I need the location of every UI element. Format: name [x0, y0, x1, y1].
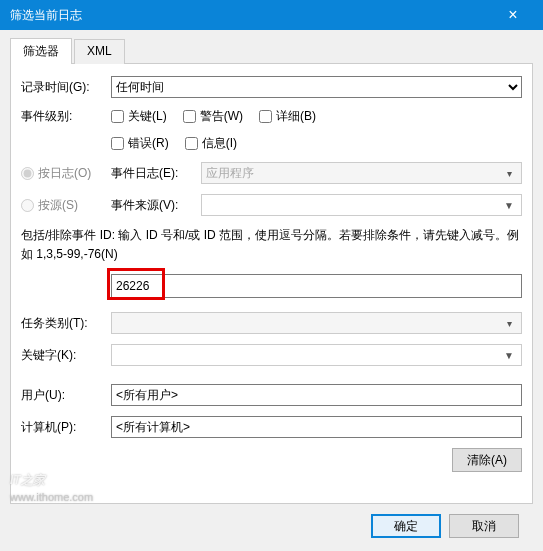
- chk-information[interactable]: 信息(I): [185, 135, 237, 152]
- dialog-body: 筛选器 XML 记录时间(G): 任何时间 事件级别: 关键(L) 警告(W) …: [0, 30, 543, 551]
- tab-content: 记录时间(G): 任何时间 事件级别: 关键(L) 警告(W) 详细(B) 错误…: [10, 64, 533, 504]
- chevron-down-icon: ▾: [501, 318, 517, 329]
- close-icon[interactable]: ×: [493, 6, 533, 24]
- chevron-down-icon: ▾: [501, 168, 517, 179]
- chk-critical[interactable]: 关键(L): [111, 108, 167, 125]
- cancel-button[interactable]: 取消: [449, 514, 519, 538]
- label-level: 事件级别:: [21, 108, 111, 125]
- user-input[interactable]: [111, 384, 522, 406]
- chevron-down-icon: ▼: [501, 350, 517, 361]
- chk-error[interactable]: 错误(R): [111, 135, 169, 152]
- label-logged: 记录时间(G):: [21, 79, 111, 96]
- ok-button[interactable]: 确定: [371, 514, 441, 538]
- titlebar: 筛选当前日志 ×: [0, 0, 543, 30]
- computer-input[interactable]: [111, 416, 522, 438]
- window-title: 筛选当前日志: [10, 7, 493, 24]
- tab-xml[interactable]: XML: [74, 39, 125, 65]
- label-event-log: 事件日志(E):: [111, 165, 201, 182]
- label-keywords: 关键字(K):: [21, 347, 111, 364]
- label-user: 用户(U):: [21, 387, 111, 404]
- label-event-source: 事件来源(V):: [111, 197, 201, 214]
- event-id-help: 包括/排除事件 ID: 输入 ID 号和/或 ID 范围，使用逗号分隔。若要排除…: [21, 226, 522, 264]
- keywords-combo[interactable]: ▼: [111, 344, 522, 366]
- label-computer: 计算机(P):: [21, 419, 111, 436]
- radio-by-source[interactable]: 按源(S): [21, 197, 111, 214]
- tab-strip: 筛选器 XML: [10, 38, 533, 64]
- chk-verbose[interactable]: 详细(B): [259, 108, 316, 125]
- logged-time-select[interactable]: 任何时间: [111, 76, 522, 98]
- chk-warning[interactable]: 警告(W): [183, 108, 243, 125]
- radio-by-log[interactable]: 按日志(O): [21, 165, 111, 182]
- label-task-category: 任务类别(T):: [21, 315, 111, 332]
- dialog-footer: 确定 取消: [10, 504, 533, 548]
- chevron-down-icon: ▼: [501, 200, 517, 211]
- event-source-combo[interactable]: ▼: [201, 194, 522, 216]
- clear-button[interactable]: 清除(A): [452, 448, 522, 472]
- event-log-combo[interactable]: 应用程序 ▾: [201, 162, 522, 184]
- task-category-combo: ▾: [111, 312, 522, 334]
- tab-filter[interactable]: 筛选器: [10, 38, 72, 64]
- event-id-input[interactable]: [111, 274, 522, 298]
